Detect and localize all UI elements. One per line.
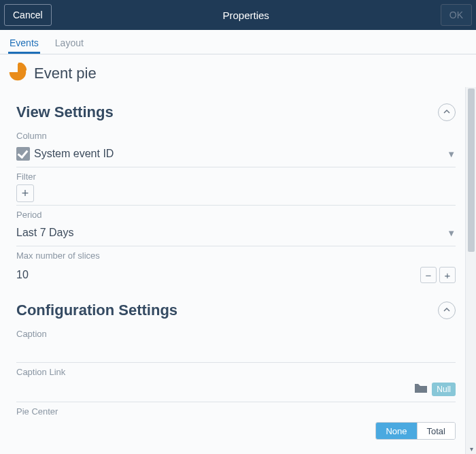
label-pie-center: Pie Center bbox=[16, 406, 456, 417]
folder-icon[interactable] bbox=[414, 383, 428, 397]
caption-input[interactable] bbox=[16, 342, 456, 359]
label-caption: Caption bbox=[16, 329, 456, 339]
pie-center-total-button[interactable]: Total bbox=[417, 423, 455, 439]
column-select[interactable]: System event ID ▼ bbox=[16, 144, 456, 164]
label-max-slices: Max number of slices bbox=[16, 250, 456, 261]
field-period: Period Last 7 Days ▼ bbox=[16, 210, 456, 246]
field-pie-center: Pie Center None Total bbox=[16, 406, 456, 442]
section-configuration-settings: Configuration Settings Caption Caption L… bbox=[16, 292, 456, 442]
collapse-view-settings-button[interactable] bbox=[438, 103, 456, 121]
page-header: Event pie bbox=[0, 54, 476, 87]
field-caption: Caption bbox=[16, 329, 456, 363]
label-period: Period bbox=[16, 210, 456, 220]
pie-center-segmented: None Total bbox=[375, 422, 456, 440]
dialog-title: Properties bbox=[52, 10, 441, 21]
chevron-down-icon: ▼ bbox=[447, 149, 456, 159]
max-slices-decrement-button[interactable]: − bbox=[420, 267, 437, 283]
collapse-configuration-settings-button[interactable] bbox=[438, 302, 456, 319]
section-title-configuration-settings: Configuration Settings bbox=[16, 302, 438, 319]
period-select-value: Last 7 Days bbox=[16, 227, 73, 239]
label-column: Column bbox=[16, 131, 456, 141]
max-slices-increment-button[interactable]: + bbox=[439, 267, 456, 283]
field-caption-link: Caption Link Null bbox=[16, 367, 456, 402]
scrollbar-thumb[interactable] bbox=[468, 88, 475, 252]
column-select-value: System event ID bbox=[34, 148, 114, 160]
pie-icon bbox=[8, 63, 27, 84]
tab-layout[interactable]: Layout bbox=[54, 32, 85, 54]
section-title-view-settings: View Settings bbox=[16, 103, 438, 121]
field-column: Column System event ID ▼ bbox=[16, 131, 456, 167]
form-scroll-area: View Settings Column System event ID ▼ F… bbox=[0, 87, 465, 454]
section-view-settings: View Settings Column System event ID ▼ F… bbox=[16, 94, 456, 289]
label-caption-link: Caption Link bbox=[16, 367, 456, 377]
scrollbar[interactable]: ▾ bbox=[465, 87, 476, 454]
page-title: Event pie bbox=[34, 65, 97, 82]
add-filter-button[interactable]: + bbox=[16, 184, 34, 202]
ok-button[interactable]: OK bbox=[441, 4, 472, 26]
scrollbar-down-arrow-icon[interactable]: ▾ bbox=[466, 443, 476, 454]
pie-center-none-button[interactable]: None bbox=[376, 423, 416, 439]
chevron-down-icon: ▼ bbox=[447, 228, 456, 238]
cancel-button[interactable]: Cancel bbox=[4, 4, 52, 26]
label-filter: Filter bbox=[16, 172, 456, 182]
null-button[interactable]: Null bbox=[432, 383, 456, 396]
tabs: Events Layout bbox=[0, 30, 476, 54]
chevron-up-icon bbox=[443, 306, 450, 315]
chevron-up-icon bbox=[443, 108, 450, 117]
titlebar: Cancel Properties OK bbox=[0, 0, 476, 30]
tab-events[interactable]: Events bbox=[8, 32, 40, 54]
field-max-slices: Max number of slices 10 − + bbox=[16, 250, 456, 289]
column-check-icon bbox=[16, 147, 30, 161]
period-select[interactable]: Last 7 Days ▼ bbox=[16, 223, 456, 243]
max-slices-value[interactable]: 10 bbox=[16, 269, 418, 281]
field-filter: Filter + bbox=[16, 172, 456, 206]
